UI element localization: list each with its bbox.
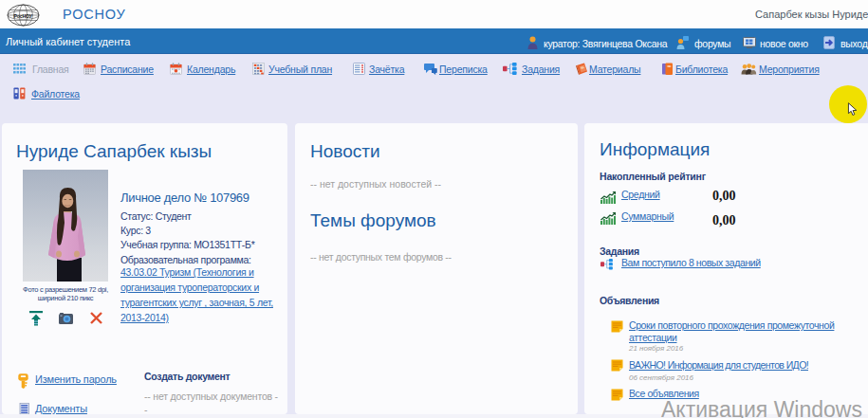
svg-text:РосНОУ: РосНОУ — [14, 13, 33, 19]
